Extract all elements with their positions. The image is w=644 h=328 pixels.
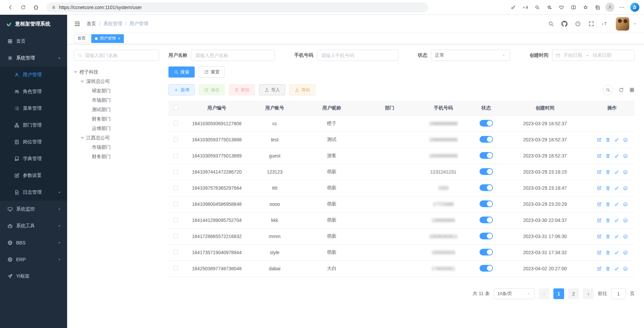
- status-toggle[interactable]: [480, 249, 493, 255]
- status-toggle[interactable]: [480, 120, 493, 127]
- page-size-select[interactable]: 10条/页: [494, 288, 535, 299]
- read-aloud-icon[interactable]: [519, 2, 531, 13]
- edit-icon[interactable]: [597, 250, 602, 255]
- browser-essentials-icon[interactable]: [556, 2, 567, 13]
- row-checkbox[interactable]: [174, 169, 178, 174]
- tree-node-root[interactable]: 橙子科技: [74, 67, 159, 77]
- row-checkbox[interactable]: [174, 137, 178, 142]
- status-select[interactable]: 正常: [431, 50, 510, 61]
- tab-user-mgmt[interactable]: 用户管理 ×: [91, 34, 124, 43]
- toggle-search-button[interactable]: [603, 85, 613, 95]
- row-checkbox[interactable]: [174, 185, 178, 190]
- tree-node[interactable]: 市场部门: [74, 96, 159, 105]
- tree-expand-icon[interactable]: [74, 71, 77, 73]
- sidebar-item-home[interactable]: 首页: [0, 33, 67, 50]
- tree-expand-icon[interactable]: [81, 137, 84, 139]
- username-input[interactable]: [191, 50, 275, 61]
- assign-role-icon[interactable]: [623, 218, 628, 223]
- status-toggle[interactable]: [480, 200, 493, 207]
- edit-button[interactable]: 修改: [199, 84, 225, 95]
- row-checkbox[interactable]: [174, 250, 178, 254]
- browser-back-button[interactable]: [5, 2, 16, 13]
- tree-node[interactable]: 江西总公司: [74, 133, 159, 143]
- add-favorite-icon[interactable]: [544, 2, 555, 13]
- delete-icon[interactable]: [605, 218, 610, 223]
- assign-role-icon[interactable]: [623, 153, 628, 158]
- row-checkbox[interactable]: [174, 234, 178, 238]
- reset-password-icon[interactable]: [614, 170, 619, 175]
- breadcrumb-system[interactable]: 系统管理: [103, 21, 122, 27]
- row-checkbox[interactable]: [174, 153, 178, 158]
- header-search-icon[interactable]: [548, 21, 554, 27]
- edit-icon[interactable]: [597, 186, 602, 191]
- copilot-icon[interactable]: b: [630, 3, 639, 12]
- edit-icon[interactable]: [597, 170, 602, 175]
- tree-node[interactable]: 市场部门: [74, 143, 159, 152]
- status-toggle[interactable]: [480, 217, 493, 223]
- status-toggle[interactable]: [480, 265, 493, 272]
- reset-password-icon[interactable]: [614, 250, 619, 255]
- import-button[interactable]: 导入: [259, 84, 285, 95]
- sidebar-item-user-mgmt[interactable]: 用户管理: [0, 66, 67, 83]
- tree-node[interactable]: 研发部门: [74, 86, 159, 96]
- delete-icon[interactable]: [605, 250, 610, 255]
- status-toggle[interactable]: [480, 184, 493, 191]
- row-checkbox[interactable]: [174, 266, 178, 271]
- delete-icon[interactable]: [605, 234, 610, 239]
- sidebar-toggle-icon[interactable]: [74, 20, 81, 27]
- date-range-picker[interactable]: 开始日期 - 结束日期: [552, 50, 635, 61]
- tree-expand-icon[interactable]: [81, 81, 84, 83]
- browser-home-button[interactable]: [30, 2, 42, 13]
- font-size-icon[interactable]: [602, 20, 608, 27]
- tree-node[interactable]: 财务部门: [74, 114, 159, 124]
- fullscreen-icon[interactable]: [588, 21, 594, 27]
- edit-icon[interactable]: [597, 137, 602, 142]
- delete-icon[interactable]: [605, 266, 610, 271]
- refresh-table-button[interactable]: [618, 87, 624, 93]
- column-settings-button[interactable]: [629, 87, 635, 93]
- edit-icon[interactable]: [597, 234, 602, 239]
- sidebar-item-monitor[interactable]: 系统监控: [0, 201, 67, 218]
- page-2-button[interactable]: 2: [568, 288, 579, 299]
- tree-node[interactable]: 深圳总公司: [74, 77, 159, 86]
- delete-button[interactable]: 删除: [229, 84, 255, 95]
- dept-search-box[interactable]: [74, 50, 159, 61]
- sidebar-item-param-settings[interactable]: 参数设置: [0, 167, 67, 184]
- browser-more-icon[interactable]: [616, 2, 628, 13]
- favorites-icon[interactable]: [580, 2, 591, 13]
- reset-password-icon[interactable]: [614, 202, 619, 207]
- tab-close-icon[interactable]: ×: [118, 36, 120, 41]
- tree-node[interactable]: 财务部门: [74, 152, 159, 161]
- browser-profile-avatar[interactable]: [604, 2, 615, 13]
- github-icon[interactable]: [561, 21, 567, 27]
- assign-role-icon[interactable]: [623, 186, 628, 191]
- status-toggle[interactable]: [480, 233, 493, 239]
- assign-role-icon[interactable]: [623, 234, 628, 239]
- status-toggle[interactable]: [480, 152, 493, 159]
- row-checkbox[interactable]: [174, 201, 178, 206]
- page-1-button[interactable]: 1: [553, 288, 564, 299]
- select-all-checkbox[interactable]: [174, 105, 178, 110]
- sidebar-item-bbs[interactable]: BBS: [0, 234, 67, 251]
- reset-password-icon[interactable]: [614, 137, 619, 142]
- help-icon[interactable]: [575, 21, 581, 27]
- edit-icon[interactable]: [597, 218, 602, 223]
- sidebar-item-dict-mgmt[interactable]: 字典管理: [0, 150, 67, 167]
- tree-node[interactable]: 测试部门: [74, 105, 159, 114]
- status-toggle[interactable]: [480, 136, 493, 143]
- password-key-icon[interactable]: [507, 2, 519, 13]
- phone-input[interactable]: [317, 50, 398, 61]
- assign-role-icon[interactable]: [623, 266, 628, 271]
- reset-password-icon[interactable]: [614, 218, 619, 223]
- goto-page-input[interactable]: [611, 288, 626, 299]
- sidebar-item-menu-mgmt[interactable]: 菜单管理: [0, 100, 67, 117]
- edit-icon[interactable]: [597, 202, 602, 207]
- delete-icon[interactable]: [605, 153, 610, 158]
- reset-button[interactable]: 重置: [199, 66, 225, 78]
- delete-icon[interactable]: [605, 202, 610, 207]
- sidebar-item-tools[interactable]: 系统工具: [0, 218, 67, 234]
- status-toggle[interactable]: [480, 168, 493, 175]
- breadcrumb-home[interactable]: 首页: [87, 21, 96, 27]
- row-checkbox[interactable]: [174, 121, 178, 126]
- tree-node[interactable]: 运维部门: [74, 124, 159, 133]
